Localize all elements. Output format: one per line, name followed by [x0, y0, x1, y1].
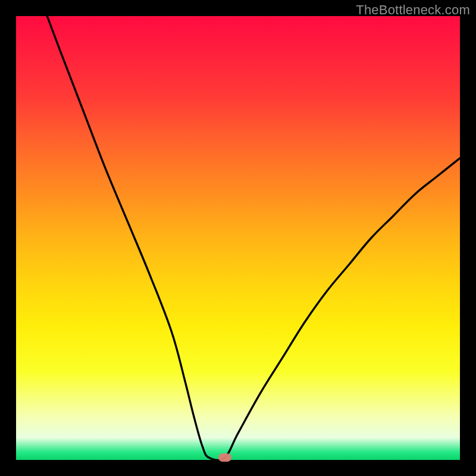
bottleneck-curve: [16, 16, 460, 460]
optimum-marker: [218, 453, 231, 462]
chart-frame: TheBottleneck.com: [0, 0, 476, 476]
